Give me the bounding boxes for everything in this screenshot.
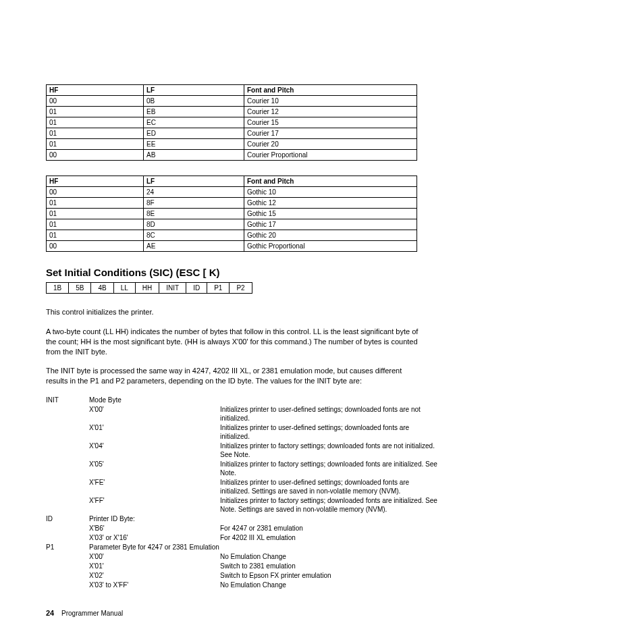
table-cell: 8E bbox=[144, 209, 244, 219]
table-cell: 01 bbox=[47, 139, 144, 150]
courier-font-table: HF LF Font and Pitch 000BCourier 1001EBC… bbox=[46, 84, 417, 161]
def-key: ID bbox=[46, 514, 89, 524]
table-cell: Gothic 10 bbox=[244, 187, 417, 198]
table-header: Font and Pitch bbox=[244, 176, 417, 187]
byte-cell: ID bbox=[186, 283, 207, 294]
table-cell: Courier 10 bbox=[244, 96, 417, 107]
table-header: Font and Pitch bbox=[244, 85, 417, 96]
def-description: Switch to Epson FX printer emulation bbox=[220, 571, 441, 581]
byte-cell: 5B bbox=[69, 283, 91, 294]
table-cell: Gothic Proportional bbox=[244, 241, 417, 252]
def-key-row: P1Parameter Byte for 4247 or 2381 Emulat… bbox=[46, 543, 441, 552]
def-empty bbox=[46, 460, 89, 478]
def-label: Mode Byte bbox=[89, 396, 441, 405]
def-empty bbox=[46, 533, 89, 543]
page-footer: 24 Programmer Manual bbox=[46, 609, 536, 617]
def-value: X'01' bbox=[89, 562, 220, 571]
def-description: For 4247 or 2381 emulation bbox=[220, 524, 441, 533]
table-row: 0024Gothic 10 bbox=[47, 187, 417, 198]
table-cell: 00 bbox=[47, 150, 144, 161]
def-empty bbox=[46, 423, 89, 441]
table-row: 018FGothic 12 bbox=[47, 198, 417, 209]
def-empty bbox=[46, 496, 89, 514]
byte-cell: 1B bbox=[47, 283, 69, 294]
def-key: P1 bbox=[46, 543, 89, 552]
section-title: Set Initial Conditions (SIC) (ESC [ K) bbox=[46, 267, 536, 278]
table-cell: Courier 20 bbox=[244, 139, 417, 150]
def-empty bbox=[46, 405, 89, 423]
table-header: HF bbox=[47, 85, 144, 96]
def-key-row: IDPrinter ID Byte: bbox=[46, 514, 441, 524]
gothic-font-table: HF LF Font and Pitch 0024Gothic 10018FGo… bbox=[46, 176, 417, 252]
def-sub-row: X'03' to X'FF'No Emulation Change bbox=[46, 581, 441, 590]
table-cell: EC bbox=[144, 117, 244, 128]
table-cell: 01 bbox=[47, 198, 144, 209]
def-description: No Emulation Change bbox=[220, 581, 441, 590]
def-empty bbox=[46, 524, 89, 533]
def-sub-row: X'01'Switch to 2381 emulation bbox=[46, 562, 441, 571]
table-cell: Gothic 12 bbox=[244, 198, 417, 209]
def-description: Initializes printer to factory settings;… bbox=[220, 496, 441, 514]
def-label: Printer ID Byte: bbox=[89, 514, 441, 524]
table-header: LF bbox=[144, 176, 244, 187]
def-description: Switch to 2381 emulation bbox=[220, 562, 441, 571]
def-sub-row: X'03' or X'16'For 4202 III XL emulation bbox=[46, 533, 441, 543]
table-cell: Courier Proportional bbox=[244, 150, 417, 161]
table-cell: 00 bbox=[47, 241, 144, 252]
def-value: X'B6' bbox=[89, 524, 220, 533]
def-sub-row: X'00'No Emulation Change bbox=[46, 552, 441, 562]
table-row: 00AEGothic Proportional bbox=[47, 241, 417, 252]
def-value: X'03' to X'FF' bbox=[89, 581, 220, 590]
table-cell: Gothic 15 bbox=[244, 209, 417, 219]
def-empty bbox=[46, 562, 89, 571]
paragraph: The INIT byte is processed the same way … bbox=[46, 366, 424, 386]
def-sub-row: X'04'Initializes printer to factory sett… bbox=[46, 441, 441, 460]
byte-cell: INIT bbox=[159, 283, 186, 294]
def-value: X'00' bbox=[89, 552, 220, 562]
byte-cell: P1 bbox=[207, 283, 230, 294]
def-key-row: INITMode Byte bbox=[46, 396, 441, 405]
byte-cell: 4B bbox=[91, 283, 113, 294]
def-description: Initializes printer to factory settings;… bbox=[220, 441, 441, 460]
table-cell: 00 bbox=[47, 96, 144, 107]
table-row: 01EBCourier 12 bbox=[47, 107, 417, 117]
definitions-table: INITMode ByteX'00'Initializes printer to… bbox=[46, 396, 441, 590]
def-sub-row: X'B6'For 4247 or 2381 emulation bbox=[46, 524, 441, 533]
table-cell: Courier 17 bbox=[244, 128, 417, 139]
def-description: Initializes printer to user-defined sett… bbox=[220, 423, 441, 441]
def-description: For 4202 III XL emulation bbox=[220, 533, 441, 543]
table-row: 000BCourier 10 bbox=[47, 96, 417, 107]
def-sub-row: X'02'Switch to Epson FX printer emulatio… bbox=[46, 571, 441, 581]
document-title: Programmer Manual bbox=[61, 610, 123, 617]
def-sub-row: X'FE'Initializes printer to user-defined… bbox=[46, 478, 441, 496]
table-cell: Gothic 17 bbox=[244, 219, 417, 230]
table-row: 01EECourier 20 bbox=[47, 139, 417, 150]
table-cell: 01 bbox=[47, 230, 144, 241]
def-empty bbox=[46, 552, 89, 562]
def-value: X'05' bbox=[89, 460, 220, 478]
table-cell: 01 bbox=[47, 209, 144, 219]
table-cell: 24 bbox=[144, 187, 244, 198]
table-cell: 00 bbox=[47, 187, 144, 198]
def-sub-row: X'00'Initializes printer to user-defined… bbox=[46, 405, 441, 423]
table-cell: Courier 15 bbox=[244, 117, 417, 128]
byte-cell: LL bbox=[113, 283, 135, 294]
table-cell: 0B bbox=[144, 96, 244, 107]
def-empty bbox=[46, 441, 89, 460]
def-sub-row: X'05'Initializes printer to factory sett… bbox=[46, 460, 441, 478]
def-empty bbox=[46, 571, 89, 581]
table-row: 018DGothic 17 bbox=[47, 219, 417, 230]
def-label: Parameter Byte for 4247 or 2381 Emulatio… bbox=[89, 543, 441, 552]
def-value: X'02' bbox=[89, 571, 220, 581]
table-cell: 01 bbox=[47, 219, 144, 230]
def-description: Initializes printer to user-defined sett… bbox=[220, 478, 441, 496]
table-row: 01EDCourier 17 bbox=[47, 128, 417, 139]
table-row: 018EGothic 15 bbox=[47, 209, 417, 219]
def-key: INIT bbox=[46, 396, 89, 405]
table-header: LF bbox=[144, 85, 244, 96]
table-cell: 01 bbox=[47, 107, 144, 117]
def-empty bbox=[46, 581, 89, 590]
byte-sequence-table: 1B5B4BLLHHINITIDP1P2 bbox=[46, 282, 252, 294]
byte-cell: P2 bbox=[230, 283, 252, 294]
table-row: 01ECCourier 15 bbox=[47, 117, 417, 128]
